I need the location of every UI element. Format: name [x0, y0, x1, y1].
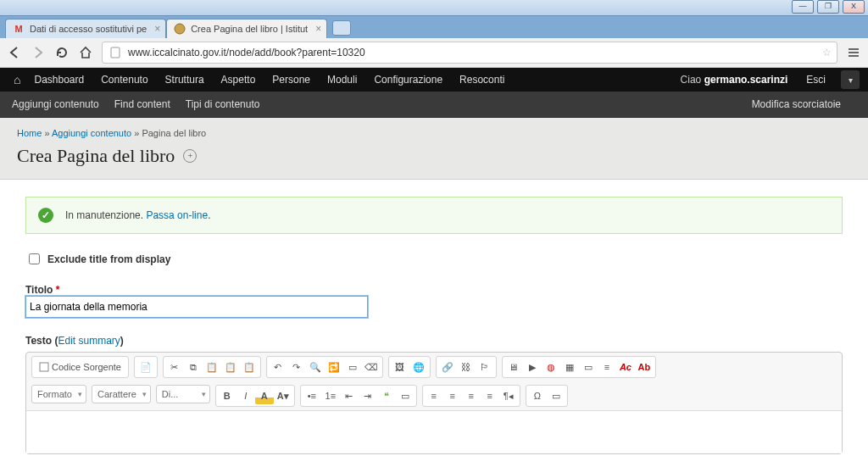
ck-align-justify-icon[interactable]: ≡	[481, 387, 499, 404]
ck-format-select[interactable]: Formato	[31, 385, 86, 403]
status-message: ✓ In manutenzione. Passa on-line.	[25, 197, 843, 234]
ck-specialchar-icon[interactable]: Ω	[528, 387, 547, 404]
gmail-icon: M	[13, 23, 25, 35]
breadcrumb-add[interactable]: Aggiungi contenuto	[52, 128, 131, 138]
edit-summary-link[interactable]: Edit summary	[58, 335, 120, 347]
back-button[interactable]	[7, 45, 22, 60]
breadcrumb-current: Pagina del libro	[142, 128, 206, 138]
ck-align-left-icon[interactable]: ≡	[425, 387, 443, 404]
ck-bold-icon[interactable]: B	[218, 387, 236, 404]
ck-media-icon[interactable]: 🖥	[504, 359, 523, 375]
admin-nav-contenuto[interactable]: Contenuto	[92, 68, 156, 92]
subnav-find-content[interactable]: Find content	[114, 98, 170, 110]
ck-iframe-icon[interactable]: ▭	[547, 387, 565, 404]
home-button[interactable]	[78, 45, 93, 60]
ck-link-icon[interactable]: 🔗	[438, 359, 457, 375]
ck-table-icon[interactable]: ▦	[560, 359, 579, 375]
ck-cut-icon[interactable]: ✂	[165, 359, 184, 375]
tab-close-icon[interactable]: ×	[154, 23, 160, 35]
ck-anchor-icon[interactable]: 🏳	[476, 359, 494, 375]
bookmark-star-icon[interactable]: ☆	[822, 47, 832, 58]
url-text: www.iccalcinato.gov.it/node/add/book?par…	[128, 47, 365, 58]
ck-paste-icon[interactable]: 📋	[203, 359, 221, 375]
ck-align-right-icon[interactable]: ≡	[462, 387, 481, 404]
browser-tab-1[interactable]: M Dati di accesso sostitutivi pe ×	[5, 19, 166, 38]
admin-nav-moduli[interactable]: Moduli	[319, 68, 365, 92]
ck-find-icon[interactable]: 🔍	[306, 359, 325, 375]
ck-ul-icon[interactable]: •≡	[303, 387, 321, 404]
ck-outdent-icon[interactable]: ⇤	[340, 387, 359, 404]
window-maximize-button[interactable]: ❐	[817, 0, 839, 14]
forward-button[interactable]	[31, 45, 46, 60]
admin-nav-dashboard[interactable]: Dashboard	[25, 68, 92, 92]
svg-rect-2	[849, 48, 859, 50]
ck-replace-icon[interactable]: 🔁	[325, 359, 343, 375]
ck-source-button[interactable]: Codice Sorgente	[34, 359, 126, 375]
ck-embed-icon[interactable]: ▶	[523, 359, 542, 375]
ck-flash-icon[interactable]: ◍	[542, 359, 560, 375]
admin-home-icon[interactable]: ⌂	[8, 68, 25, 92]
greeting: Ciao germano.scarinzi	[681, 74, 788, 86]
subnav-tipi-contenuto[interactable]: Tipi di contenuto	[186, 98, 260, 110]
ck-hr-icon[interactable]: ▭	[579, 359, 598, 375]
edit-shortcuts-link[interactable]: Modifica scorciatoie	[752, 98, 841, 110]
ck-redo-icon[interactable]: ↷	[287, 359, 306, 375]
admin-dropdown-icon[interactable]: ▾	[841, 70, 860, 89]
ck-removefmt-icon[interactable]: ⌫	[362, 359, 381, 375]
ck-textcolor-icon[interactable]: A	[255, 387, 274, 404]
ck-undo-icon[interactable]: ↶	[269, 359, 287, 375]
address-bar[interactable]: www.iccalcinato.gov.it/node/add/book?par…	[102, 42, 837, 64]
admin-nav-struttura[interactable]: Struttura	[157, 68, 213, 92]
admin-nav-resoconti[interactable]: Resoconti	[451, 68, 513, 92]
ck-ac-icon[interactable]: Ac	[616, 359, 635, 375]
new-tab-button[interactable]	[332, 20, 351, 36]
window-minimize-button[interactable]: —	[792, 0, 814, 14]
status-link[interactable]: Passa on-line	[146, 209, 208, 221]
ck-newpage-icon[interactable]: 📄	[136, 359, 155, 375]
breadcrumb-home[interactable]: Home	[17, 128, 42, 138]
ck-div-icon[interactable]: ▭	[396, 387, 415, 404]
admin-toolbar: ⌂ Dashboard Contenuto Struttura Aspetto …	[0, 68, 868, 92]
ck-align-center-icon[interactable]: ≡	[443, 387, 462, 404]
ck-italic-icon[interactable]: I	[236, 387, 255, 404]
titolo-input[interactable]	[25, 296, 368, 318]
add-shortcut-icon[interactable]: +	[183, 149, 197, 163]
window-close-button[interactable]: X	[843, 0, 865, 14]
ck-copy-icon[interactable]: ⧉	[184, 359, 203, 375]
ck-unlink-icon[interactable]: ⛓	[457, 359, 476, 375]
tab-close-icon[interactable]: ×	[315, 23, 321, 35]
ck-selectall-icon[interactable]: ▭	[343, 359, 362, 375]
ck-font-select[interactable]: Carattere	[92, 385, 151, 403]
window-titlebar: — ❐ X	[0, 0, 868, 16]
reload-button[interactable]	[54, 45, 70, 60]
admin-nav-configurazione[interactable]: Configurazione	[365, 68, 451, 92]
exclude-title-checkbox[interactable]	[29, 253, 40, 264]
ck-paste-word-icon[interactable]: 📋	[240, 359, 259, 375]
subnav-aggiungi-contenuto[interactable]: Aggiungi contenuto	[12, 98, 99, 110]
ck-blockquote-icon[interactable]: ❝	[377, 387, 396, 404]
ck-image-icon[interactable]: 🖼	[391, 359, 409, 375]
ck-bidi-icon[interactable]: ¶◂	[499, 387, 518, 404]
ck-ab-icon[interactable]: Ab	[635, 359, 654, 375]
admin-nav-persone[interactable]: Persone	[264, 68, 319, 92]
ck-size-select[interactable]: Di...	[156, 385, 210, 403]
breadcrumb: Home » Aggiungi contenuto » Pagina del l…	[17, 128, 851, 138]
status-text: In manutenzione.	[65, 209, 146, 221]
ck-indent-icon[interactable]: ⇥	[359, 387, 377, 404]
chrome-menu-button[interactable]	[846, 45, 861, 60]
ck-paste-text-icon[interactable]: 📋	[221, 359, 240, 375]
ck-pagebreak-icon[interactable]: ≡	[598, 359, 616, 375]
browser-tab-2[interactable]: Crea Pagina del libro | Istitut ×	[166, 19, 327, 38]
ck-ol-icon[interactable]: 1≡	[321, 387, 340, 404]
browser-tabstrip: M Dati di accesso sostitutivi pe × Crea …	[0, 16, 868, 38]
username[interactable]: germano.scarinzi	[704, 74, 788, 86]
logout-link[interactable]: Esci	[798, 68, 834, 92]
ck-bgcolor-icon[interactable]: A▾	[274, 387, 292, 404]
admin-nav-aspetto[interactable]: Aspetto	[213, 68, 264, 92]
tab-title: Dati di accesso sostitutivi pe	[30, 24, 147, 34]
page-header-region: Home » Aggiungi contenuto » Pagina del l…	[0, 118, 868, 180]
testo-label: Testo (Edit summary)	[25, 335, 124, 347]
ck-content-area[interactable]	[26, 410, 842, 453]
ck-globe-icon[interactable]: 🌐	[409, 359, 428, 375]
svg-rect-4	[849, 55, 859, 57]
